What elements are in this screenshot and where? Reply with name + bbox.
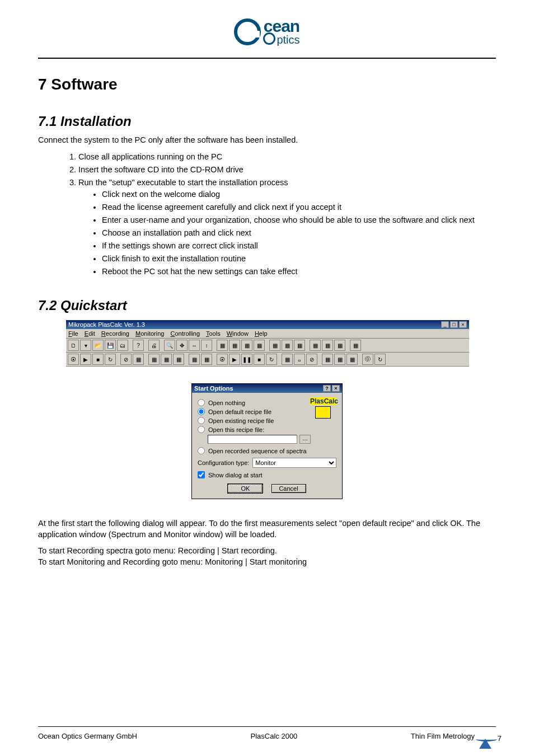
dialog-titlebar: Start Options ? × [192,384,342,393]
toolbar-button[interactable]: ▦ [282,354,293,365]
toolbar-button[interactable]: ▦ [161,354,172,365]
logo-c-icon [234,18,261,45]
toolbar-button[interactable]: ↻ [374,354,386,365]
toolbar-button[interactable]: ↕ [201,340,212,351]
list-item: Insert the software CD into the CD-ROM d… [78,164,496,176]
toolbar-button[interactable]: 🖨 [148,340,160,351]
toolbar-button[interactable]: 🔍 [164,340,175,351]
toolbar-button[interactable]: ▦ [269,340,280,351]
toolbar-button[interactable]: ■ [92,354,104,365]
cancel-button[interactable]: Cancel [271,484,306,493]
toolbar-button[interactable]: ▦ [322,354,333,365]
toolbar-button[interactable]: 🗋 [68,340,79,351]
maximize-icon[interactable]: □ [450,321,458,328]
toolbar-button[interactable]: ▶ [229,354,240,365]
toolbar-button[interactable]: ▦ [217,340,228,351]
menu-recording[interactable]: Recording [101,330,129,337]
show-dialog-checkbox[interactable] [198,471,205,478]
list-item: Reboot the PC sot hat the new settings c… [102,266,496,278]
browse-button[interactable]: … [299,435,311,444]
toolbar-row-1: 🗋 ▾ 📂 💾 🗂 ? 🖨 🔍 ✥ ↔ ↕ ▦ ▦ ▦ ▦ ▦ ▦ ▦ ▦ [66,339,469,353]
help-icon[interactable]: ? [323,385,331,392]
app-window-screenshot: Mikropack PlasCalc Ver. 1.3 _ □ × File E… [66,320,469,367]
toolbar-button[interactable]: ▦ [282,340,293,351]
toolbar-button[interactable]: ⓪ [362,354,373,365]
minimize-icon[interactable]: _ [441,321,449,328]
recipe-file-input[interactable] [208,435,297,444]
checkbox-label: Show dialog at start [208,472,263,478]
toolbar-button[interactable]: ▦ [241,340,252,351]
toolbar-button[interactable]: ▦ [350,340,361,351]
header-divider [38,58,496,59]
footer-left: Ocean Optics Germany GmbH [38,732,137,740]
toolbar-button[interactable]: ⏛ [294,354,305,365]
toolbar-button[interactable]: ▦ [322,340,333,351]
install-substeps: Click next on the welcome dialog Read th… [102,189,496,278]
toolbar-button[interactable]: ? [133,340,144,351]
radio-open-sequence[interactable] [198,447,205,454]
radio-open-default[interactable] [198,408,205,415]
chapter-heading: 7 Software [38,76,496,93]
toolbar-button[interactable]: ✥ [176,340,188,351]
menu-window[interactable]: Window [227,330,249,337]
plascalc-logo: PlasCalc [310,397,336,419]
radio-open-nothing[interactable] [198,399,205,406]
toolbar-button[interactable]: ▦ [334,354,345,365]
toolbar-button[interactable]: ▦ [310,340,321,351]
list-item: Read the license agreement carefully and… [102,201,496,213]
toolbar-button[interactable]: ▦ [254,340,265,351]
toolbar-button[interactable]: 🗂 [117,340,128,351]
radio-label: Open existing recipe file [208,417,274,424]
list-item: Choose an installation path and click ne… [102,227,496,239]
list-item: Run the "setup" executable to start the … [78,177,496,278]
menu-tools[interactable]: Tools [206,330,221,337]
radio-open-existing[interactable] [198,417,205,424]
toolbar-button[interactable]: ▦ [133,354,144,365]
cfg-label: Configuration type: [198,459,249,466]
configuration-type-select[interactable]: Monitor [252,458,336,468]
list-item: If the settings shown are correct click … [102,240,496,252]
list-item: Click finish to exit the installation ro… [102,253,496,265]
radio-label: Open this recipe file: [208,426,264,433]
menu-monitoring[interactable]: Monitoring [135,330,164,337]
footer-center: PlasCalc 2000 [251,732,298,740]
toolbar-button[interactable]: ⊘ [120,354,132,365]
toolbar-button[interactable]: ■ [254,354,265,365]
menu-file[interactable]: File [68,330,78,337]
toolbar-button[interactable]: ▦ [334,340,345,351]
toolbar-button[interactable]: ❚❚ [241,354,252,365]
toolbar-button[interactable]: ▦ [148,354,160,365]
ok-button[interactable]: OK [228,484,263,493]
toolbar-button[interactable]: ▦ [201,354,212,365]
toolbar-button[interactable]: ▦ [189,354,200,365]
toolbar-button[interactable]: ▶ [80,354,91,365]
section-quickstart-heading: 7.2 Quickstart [38,298,496,313]
page-number: 7 [498,734,502,743]
quickstart-para-1: At the first start the following dialog … [38,518,496,540]
toolbar-button[interactable]: ⦿ [217,354,228,365]
toolbar-button[interactable]: ⊘ [306,354,317,365]
dialog-title: Start Options [194,385,233,392]
toolbar-button[interactable]: ▦ [173,354,184,365]
toolbar-button[interactable]: ↔ [189,340,200,351]
quickstart-para-3: To start Monitoring and Recording goto m… [38,557,496,568]
toolbar-button[interactable]: ▾ [80,340,91,351]
toolbar-button[interactable]: ▦ [294,340,305,351]
menu-edit[interactable]: Edit [85,330,95,337]
toolbar-row-2: ⦿ ▶ ■ ↻ ⊘ ▦ ▦ ▦ ▦ ▦ ▦ ⦿ ▶ ❚❚ ■ ↻ ▦ ⏛ ⊘ ▦ [66,353,469,367]
list-item: Enter a user-name and your organization,… [102,214,496,226]
radio-open-this[interactable] [198,426,205,433]
toolbar-button[interactable]: ↻ [105,354,116,365]
toolbar-button[interactable]: ↻ [266,354,277,365]
menubar[interactable]: File Edit Recording Monitoring Controlli… [66,329,469,339]
toolbar-button[interactable]: 💾 [105,340,116,351]
menu-controlling[interactable]: Controlling [171,330,200,337]
menu-help[interactable]: Help [255,330,268,337]
toolbar-button[interactable]: 📂 [92,340,104,351]
close-icon[interactable]: × [332,385,340,392]
toolbar-button[interactable]: ⦿ [68,354,79,365]
toolbar-button[interactable]: ▦ [346,354,358,365]
radio-label: Open nothing [208,400,245,406]
toolbar-button[interactable]: ▦ [229,340,240,351]
close-icon[interactable]: × [459,321,467,328]
